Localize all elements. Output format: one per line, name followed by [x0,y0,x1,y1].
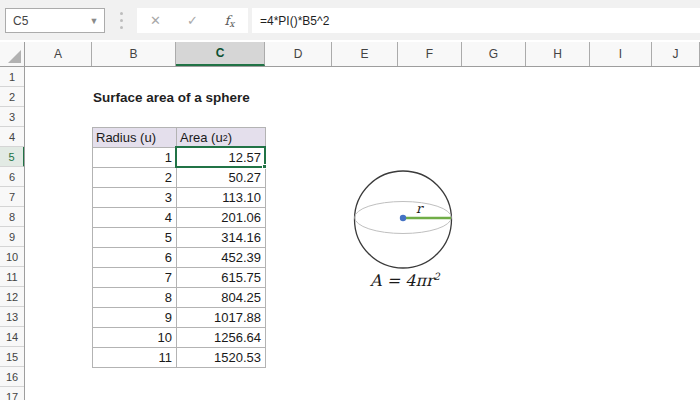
row-header-8[interactable]: 8 [0,207,24,227]
excel-window: C5 ▼ ✕ ✓ fx =4*PI()*B5^2 A B C D E F G H… [0,0,700,400]
table-row: 5 314.16 [93,228,266,248]
row-header-16[interactable]: 16 [0,367,24,387]
column-header-a[interactable]: A [25,42,92,66]
radius-cell[interactable]: 1 [93,148,177,168]
formula-bar-buttons: ✕ ✓ fx [137,8,248,33]
area-cell[interactable]: 1256.64 [177,328,266,348]
column-headers: A B C D E F G H I J [0,42,700,67]
column-header-b[interactable]: B [92,42,176,66]
radius-cell[interactable]: 8 [93,288,177,308]
radius-cell[interactable]: 5 [93,228,177,248]
formula-bar-separator [119,12,123,29]
cancel-icon[interactable]: ✕ [141,13,171,28]
row-header-12[interactable]: 12 [0,287,24,307]
table-header-row: Radius (u) Area (u2) [93,128,266,148]
area-cell[interactable]: 1017.88 [177,308,266,328]
radius-cell[interactable]: 4 [93,208,177,228]
area-cell[interactable]: 314.16 [177,228,266,248]
area-cell[interactable]: 12.57 [177,148,266,168]
enter-icon[interactable]: ✓ [178,13,208,28]
row-header-1[interactable]: 1 [0,67,24,87]
row-header-10[interactable]: 10 [0,247,24,267]
formula-bar: C5 ▼ ✕ ✓ fx =4*PI()*B5^2 [0,0,700,40]
row-header-15[interactable]: 15 [0,347,24,367]
area-cell[interactable]: 1520.53 [177,348,266,368]
select-all-triangle-icon [8,50,21,63]
area-cell[interactable]: 113.10 [177,188,266,208]
column-header-d[interactable]: D [265,42,332,66]
formula-text: =4*PI()*B5^2 [252,14,329,28]
radius-cell[interactable]: 2 [93,168,177,188]
column-header-g[interactable]: G [462,42,526,66]
row-header-9[interactable]: 9 [0,227,24,247]
sphere-diagram[interactable]: r [349,165,459,273]
radius-cell[interactable]: 6 [93,248,177,268]
column-header-i[interactable]: I [590,42,652,66]
row-header-14[interactable]: 14 [0,327,24,347]
radius-cell[interactable]: 11 [93,348,177,368]
table-row: 1 12.57 [93,148,266,168]
row-header-13[interactable]: 13 [0,307,24,327]
column-header-c[interactable]: C [176,42,265,66]
radius-column-header[interactable]: Radius (u) [93,128,177,148]
table-row: 6 452.39 [93,248,266,268]
table-row: 3 113.10 [93,188,266,208]
row-header-7[interactable]: 7 [0,187,24,207]
sheet-title[interactable]: Surface area of a sphere [93,88,250,108]
table-row: 10 1256.64 [93,328,266,348]
column-header-f[interactable]: F [398,42,462,66]
radius-cell[interactable]: 3 [93,188,177,208]
area-cell[interactable]: 615.75 [177,268,266,288]
column-header-j[interactable]: J [652,42,700,66]
insert-function-icon[interactable]: fx [215,13,245,29]
area-cell[interactable]: 804.25 [177,288,266,308]
row-headers: 1 2 3 4 5 6 7 8 9 10 11 12 13 14 15 16 1… [0,67,25,400]
row-header-5[interactable]: 5 [0,147,25,167]
row-header-4[interactable]: 4 [0,127,24,147]
sphere-formula: A = 4πr2 [350,271,460,290]
table-row: 2 50.27 [93,168,266,188]
table-row: 9 1017.88 [93,308,266,328]
row-header-11[interactable]: 11 [0,267,24,287]
formula-input[interactable]: =4*PI()*B5^2 [252,8,700,33]
area-column-header[interactable]: Area (u2) [177,128,266,148]
name-box[interactable]: C5 ▼ [5,8,105,33]
row-header-3[interactable]: 3 [0,107,24,127]
name-box-value: C5 [6,14,84,28]
area-cell[interactable]: 201.06 [177,208,266,228]
center-dot [400,215,406,221]
row-header-6[interactable]: 6 [0,167,24,187]
select-all-button[interactable] [0,42,25,66]
radius-cell[interactable]: 7 [93,268,177,288]
table-row: 11 1520.53 [93,348,266,368]
area-cell[interactable]: 452.39 [177,248,266,268]
table-row: 8 804.25 [93,288,266,308]
radius-cell[interactable]: 9 [93,308,177,328]
column-header-e[interactable]: E [332,42,398,66]
row-header-2[interactable]: 2 [0,87,24,107]
table-row: 7 615.75 [93,268,266,288]
table-row: 4 201.06 [93,208,266,228]
radius-cell[interactable]: 10 [93,328,177,348]
area-cell[interactable]: 50.27 [177,168,266,188]
column-header-h[interactable]: H [526,42,590,66]
data-table: Radius (u) Area (u2) 1 12.57 2 50.27 3 1… [92,127,266,368]
name-box-dropdown-icon[interactable]: ▼ [84,16,104,26]
row-header-17[interactable]: 17 [0,387,24,400]
